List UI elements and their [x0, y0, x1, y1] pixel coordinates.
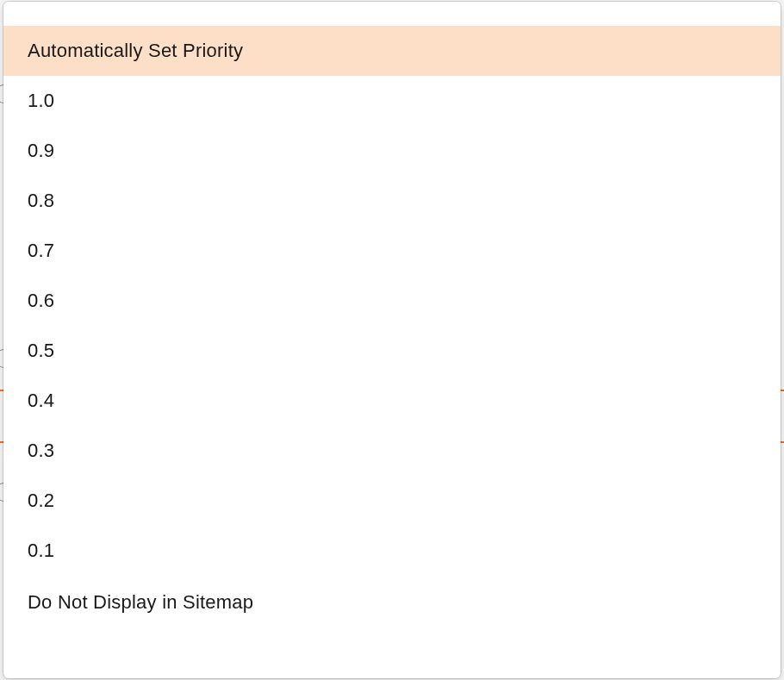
priority-dropdown-panel: Automatically Set Priority 1.0 0.9 0.8 0…	[3, 2, 781, 678]
priority-option-1-0[interactable]: 1.0	[3, 76, 781, 126]
option-label: 0.8	[28, 190, 54, 212]
option-label: 0.4	[28, 390, 54, 412]
option-label: 0.9	[28, 140, 54, 162]
panel-spacer	[3, 2, 781, 26]
option-label: 0.7	[28, 240, 54, 262]
priority-option-0-2[interactable]: 0.2	[3, 476, 781, 526]
option-label: 1.0	[28, 90, 54, 112]
priority-option-0-7[interactable]: 0.7	[3, 226, 781, 276]
priority-option-0-5[interactable]: 0.5	[3, 326, 781, 376]
priority-option-0-4[interactable]: 0.4	[3, 376, 781, 426]
option-label: 0.3	[28, 440, 54, 462]
option-label: Do Not Display in Sitemap	[28, 591, 253, 614]
option-label: 0.6	[28, 290, 54, 312]
priority-option-auto[interactable]: Automatically Set Priority	[3, 26, 781, 76]
option-label: 0.1	[28, 540, 54, 562]
priority-option-0-3[interactable]: 0.3	[3, 426, 781, 476]
option-label: 0.5	[28, 340, 54, 362]
option-label: 0.2	[28, 490, 54, 512]
priority-option-0-9[interactable]: 0.9	[3, 126, 781, 176]
priority-option-0-1[interactable]: 0.1	[3, 526, 781, 576]
option-label: Automatically Set Priority	[28, 40, 243, 62]
priority-option-0-6[interactable]: 0.6	[3, 276, 781, 326]
priority-option-hide[interactable]: Do Not Display in Sitemap	[3, 576, 781, 629]
priority-option-0-8[interactable]: 0.8	[3, 176, 781, 226]
